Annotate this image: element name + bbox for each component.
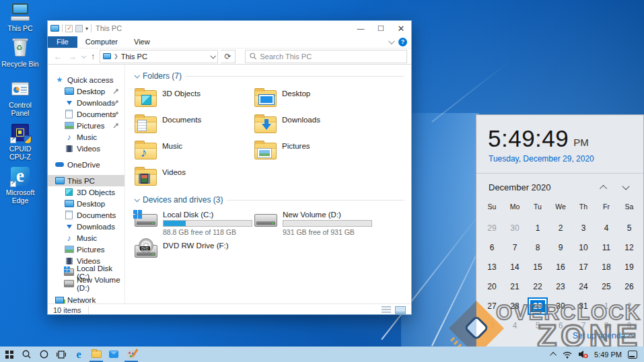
taskbar-edge-button[interactable] bbox=[70, 347, 87, 362]
calendar-day[interactable]: 4 bbox=[505, 317, 525, 334]
calendar-day[interactable]: 7 bbox=[505, 239, 525, 256]
recent-locations-chevron-icon[interactable] bbox=[81, 54, 86, 59]
taskbar-search-button[interactable] bbox=[17, 347, 35, 362]
minimize-button[interactable]: — bbox=[351, 21, 371, 36]
sidebar-item-pictures-pc[interactable]: Pictures bbox=[48, 244, 124, 255]
calendar-day[interactable]: 30 bbox=[550, 297, 571, 315]
tray-expand-chevron-icon[interactable] bbox=[550, 352, 557, 359]
up-button[interactable]: ↑ bbox=[89, 52, 97, 61]
calendar-day[interactable]: 23 bbox=[550, 278, 571, 295]
new-folder-icon[interactable] bbox=[75, 25, 83, 32]
calendar-day[interactable]: 9 bbox=[550, 239, 571, 256]
calendar-day[interactable]: 14 bbox=[505, 258, 525, 276]
wifi-icon[interactable] bbox=[563, 351, 572, 359]
calendar-day[interactable]: 11 bbox=[596, 239, 616, 256]
taskbar-mail-button[interactable] bbox=[105, 347, 122, 362]
search-input[interactable] bbox=[260, 52, 402, 61]
sidebar-item-desktop-pc[interactable]: Desktop bbox=[48, 198, 124, 209]
address-dropdown-chevron-icon[interactable] bbox=[210, 53, 215, 59]
start-button[interactable] bbox=[0, 347, 17, 362]
calendar-day[interactable]: 2 bbox=[550, 219, 571, 237]
address-bar[interactable]: ❯ This PC bbox=[100, 50, 218, 63]
setup-agenda-link[interactable]: Set up agenda bbox=[573, 331, 634, 340]
search-box[interactable] bbox=[245, 50, 407, 63]
calendar-day[interactable]: 25 bbox=[596, 278, 616, 295]
qat-customize-chevron-icon[interactable]: ▾ bbox=[85, 26, 88, 32]
calendar-day[interactable]: 17 bbox=[573, 258, 594, 276]
calendar-prev-chevron-icon[interactable] bbox=[600, 184, 607, 192]
calendar-day[interactable]: 26 bbox=[619, 278, 639, 295]
refresh-button[interactable]: ⟳ bbox=[221, 50, 236, 63]
sidebar-item-documents[interactable]: Documents bbox=[48, 108, 124, 120]
sidebar-item-videos[interactable]: Videos bbox=[48, 143, 124, 154]
calendar-day[interactable]: 13 bbox=[482, 258, 502, 276]
sidebar-item-music-pc[interactable]: Music bbox=[48, 232, 124, 244]
sidebar-item-downloads-pc[interactable]: Downloads bbox=[48, 221, 124, 232]
action-center-icon[interactable] bbox=[628, 351, 637, 359]
calendar-day-selected[interactable]: 29 bbox=[528, 297, 548, 315]
calendar-day[interactable]: 1 bbox=[528, 219, 548, 237]
calendar-day[interactable]: 22 bbox=[528, 278, 548, 295]
folder-tile-documents[interactable]: Documents bbox=[135, 112, 254, 139]
folder-tile-3d-objects[interactable]: 3D Objects bbox=[135, 86, 254, 112]
back-button[interactable]: ← bbox=[52, 52, 64, 61]
sidebar-item-this-pc[interactable]: This PC bbox=[48, 175, 124, 186]
sidebar-item-desktop[interactable]: Desktop bbox=[48, 85, 124, 97]
taskbar-explorer-button[interactable] bbox=[87, 347, 105, 362]
calendar-day[interactable]: 30 bbox=[505, 219, 525, 237]
drive-tile-f[interactable]: DVD RW Drive (F:) bbox=[135, 241, 254, 272]
desktop-icon-this-pc[interactable]: This PC bbox=[1, 3, 39, 32]
calendar-day[interactable]: 15 bbox=[528, 258, 548, 276]
folder-tile-desktop[interactable]: Desktop bbox=[254, 86, 374, 112]
details-view-toggle-icon[interactable] bbox=[382, 306, 391, 314]
calendar-day[interactable]: 18 bbox=[596, 258, 616, 276]
folder-tile-music[interactable]: ♪Music bbox=[135, 139, 254, 165]
desktop-icon-cpuz[interactable]: CPUID CPU-Z bbox=[1, 123, 39, 161]
calendar-day[interactable]: 2 bbox=[619, 297, 639, 315]
calendar-day[interactable]: 6 bbox=[550, 317, 571, 334]
maximize-button[interactable]: ☐ bbox=[371, 21, 391, 36]
folders-group-header[interactable]: Folders (7) bbox=[135, 71, 404, 81]
calendar-day[interactable]: 5 bbox=[619, 219, 639, 237]
calendar-day[interactable]: 24 bbox=[573, 278, 594, 295]
calendar-day[interactable]: 8 bbox=[528, 239, 548, 256]
tab-view[interactable]: View bbox=[126, 36, 158, 48]
drives-group-header[interactable]: Devices and drives (3) bbox=[135, 195, 404, 205]
calendar-day[interactable]: 1 bbox=[596, 297, 616, 315]
calendar-day[interactable]: 6 bbox=[482, 239, 502, 256]
properties-icon[interactable] bbox=[65, 25, 73, 32]
calendar-day[interactable]: 10 bbox=[573, 239, 594, 256]
sidebar-item-network[interactable]: Network bbox=[48, 294, 124, 303]
sidebar-item-music[interactable]: Music bbox=[48, 131, 124, 143]
calendar-day[interactable]: 28 bbox=[505, 297, 525, 315]
calendar-day[interactable]: 20 bbox=[482, 278, 502, 295]
desktop-icon-control-panel[interactable]: Control Panel bbox=[1, 79, 39, 117]
folder-tile-downloads[interactable]: Downloads bbox=[254, 112, 374, 139]
sidebar-item-downloads[interactable]: Downloads bbox=[48, 97, 124, 108]
calendar-day[interactable]: 21 bbox=[505, 278, 525, 295]
folder-tile-videos[interactable]: Videos bbox=[135, 165, 254, 191]
forward-button[interactable]: → bbox=[67, 52, 79, 61]
help-icon[interactable]: ? bbox=[398, 38, 407, 46]
volume-muted-icon[interactable] bbox=[578, 350, 588, 359]
calendar-day[interactable]: 5 bbox=[528, 317, 548, 334]
sidebar-item-onedrive[interactable]: OneDrive bbox=[48, 159, 124, 170]
sidebar-item-new-volume-d[interactable]: New Volume (D:) bbox=[48, 278, 124, 289]
drive-tile-d[interactable]: New Volume (D:) 931 GB free of 931 GB bbox=[254, 210, 374, 241]
calendar-day[interactable]: 31 bbox=[573, 297, 594, 315]
tab-file[interactable]: File bbox=[48, 36, 77, 48]
ribbon-expand-chevron-icon[interactable] bbox=[388, 38, 395, 44]
calendar-day[interactable]: 3 bbox=[573, 219, 594, 237]
close-button[interactable]: ✕ bbox=[391, 21, 411, 36]
folder-tile-pictures[interactable]: Pictures bbox=[254, 139, 374, 165]
tab-computer[interactable]: Computer bbox=[77, 36, 126, 48]
calendar-next-chevron-icon[interactable] bbox=[622, 182, 629, 190]
taskbar-clock[interactable]: 5:49 PM bbox=[594, 351, 622, 359]
task-view-button[interactable] bbox=[52, 347, 70, 362]
sidebar-item-quick-access[interactable]: Quick access bbox=[48, 74, 124, 85]
desktop-icon-edge[interactable]: e Microsoft Edge bbox=[1, 167, 39, 205]
calendar-day[interactable]: 4 bbox=[596, 219, 616, 237]
calendar-day[interactable]: 16 bbox=[550, 258, 571, 276]
collapse-chevron-icon[interactable] bbox=[134, 73, 139, 78]
taskbar-paint-button[interactable] bbox=[122, 347, 140, 362]
